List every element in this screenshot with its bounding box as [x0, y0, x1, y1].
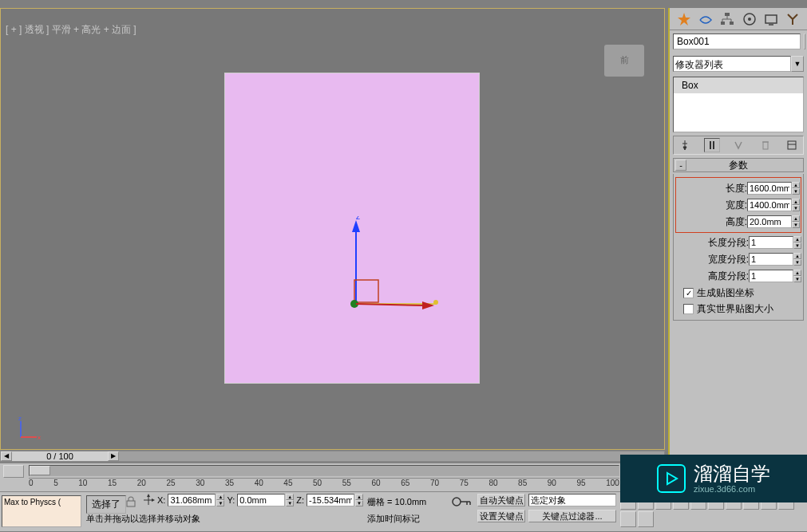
show-end-result-icon[interactable] [704, 138, 720, 152]
lsegs-spinner[interactable]: ▲▼ [793, 236, 801, 249]
z-label: Z: [295, 495, 306, 505]
svg-marker-31 [667, 473, 677, 484]
y-spinner[interactable]: ▲▼ [286, 494, 294, 506]
svg-rect-32 [127, 501, 135, 506]
object-name-input[interactable] [673, 33, 801, 49]
rollup-title: 参数 [674, 159, 803, 172]
grid-size-label: 栅格 = 10.0mm [367, 496, 426, 508]
x-coord-input[interactable] [168, 494, 216, 506]
set-key-button[interactable]: 设置关键点 [477, 510, 525, 522]
y-coord-input[interactable] [237, 494, 285, 506]
svg-rect-29 [788, 141, 796, 149]
height-input[interactable] [747, 215, 792, 228]
stack-item-box[interactable]: Box [674, 77, 803, 93]
length-label: 长度: [699, 182, 747, 195]
viewcube-face[interactable]: 前 [604, 45, 644, 66]
key-target-dropdown[interactable] [528, 494, 616, 506]
orbit-icon[interactable] [620, 511, 636, 527]
hsegs-label: 高度分段: [701, 270, 749, 283]
maximize-viewport-icon[interactable] [638, 511, 654, 527]
scroll-right-icon[interactable]: ▶ [108, 451, 119, 461]
wsegs-spinner[interactable]: ▲▼ [793, 253, 801, 266]
stack-toolbar [673, 136, 804, 155]
remove-modifier-icon[interactable] [758, 138, 773, 152]
pin-stack-icon[interactable] [677, 138, 693, 152]
watermark: 溜溜自学 zixue.3d66.com [620, 455, 807, 502]
key-icon[interactable] [451, 494, 472, 510]
wsegs-input[interactable] [749, 253, 793, 266]
box-geometry[interactable] [224, 73, 480, 384]
svg-marker-33 [147, 494, 150, 497]
modifier-list-dropdown[interactable]: 修改器列表 [673, 56, 791, 72]
object-color-swatch[interactable] [804, 33, 805, 49]
add-time-tag-button[interactable]: 添加时间标记 [367, 513, 420, 525]
gen-uv-label: 生成贴图坐标 [697, 286, 754, 300]
hierarchy-tab-icon[interactable] [720, 12, 734, 26]
command-panel: 修改器列表 ▼ Box - 参数 长度: ▲▼ 宽度: ▲▼ [668, 8, 807, 506]
viewcube[interactable]: 前 [604, 45, 644, 77]
width-spinner[interactable]: ▲▼ [792, 199, 800, 211]
length-input[interactable] [747, 182, 792, 195]
hsegs-spinner[interactable]: ▲▼ [793, 270, 801, 282]
height-label: 高度: [699, 215, 747, 229]
svg-rect-27 [763, 142, 768, 149]
timeline-config-icon[interactable] [3, 465, 24, 478]
watermark-play-icon [657, 464, 686, 493]
display-tab-icon[interactable] [764, 12, 778, 26]
time-slider[interactable] [29, 465, 619, 476]
svg-rect-23 [765, 15, 777, 23]
viewport[interactable]: [ + ] 透视 ] 平滑 + 高光 + 边面 ] 前 z z x [0, 8, 665, 450]
params-rollup-header[interactable]: - 参数 [673, 158, 804, 172]
svg-rect-16 [730, 22, 734, 25]
svg-rect-15 [721, 22, 725, 25]
svg-text:z: z [18, 417, 22, 422]
length-spinner[interactable]: ▲▼ [792, 182, 800, 195]
transform-type-icon[interactable] [142, 494, 155, 506]
width-label: 宽度: [699, 199, 747, 212]
viewport-label: [ + ] 透视 ] 平滑 + 高光 + 边面 ] [6, 23, 136, 37]
real-scale-label: 真实世界贴图大小 [697, 302, 773, 316]
height-spinner[interactable]: ▲▼ [792, 215, 800, 228]
watermark-title: 溜溜自学 [694, 463, 770, 484]
width-input[interactable] [747, 199, 792, 211]
svg-marker-13 [678, 13, 690, 26]
time-slider-handle[interactable] [30, 466, 50, 475]
coordinate-display: X: ▲▼ Y: ▲▼ Z: ▲▼ [142, 494, 363, 506]
svg-marker-34 [152, 499, 155, 502]
auto-key-button[interactable]: 自动关键点 [477, 494, 525, 506]
rollup-toggle-icon[interactable]: - [675, 160, 686, 171]
selection-status: 选择了 [86, 495, 126, 514]
make-unique-icon[interactable] [730, 138, 746, 152]
z-spinner[interactable]: ▲▼ [355, 494, 363, 506]
svg-rect-26 [713, 141, 714, 149]
axis-tripod-icon: z x [17, 417, 41, 441]
gen-uv-checkbox[interactable]: ✓ [683, 288, 694, 298]
motion-tab-icon[interactable] [742, 12, 757, 26]
configure-sets-icon[interactable] [784, 138, 800, 152]
scroll-left-icon[interactable]: ◀ [1, 451, 12, 461]
z-coord-input[interactable] [307, 494, 354, 506]
script-listener[interactable]: Max to Physcs ( [2, 495, 81, 527]
prompt-hint: 单击并拖动以选择并移动对象 [86, 513, 200, 525]
modify-tab-icon[interactable] [698, 12, 713, 26]
hsegs-input[interactable] [749, 270, 793, 282]
y-label: Y: [225, 495, 236, 505]
key-filter-button[interactable]: 关键点过滤器... [528, 510, 616, 522]
utilities-tab-icon[interactable] [785, 12, 800, 26]
panel-tabs [670, 8, 807, 30]
real-scale-checkbox[interactable] [683, 304, 694, 314]
modifier-stack[interactable]: Box [673, 77, 804, 132]
lsegs-label: 长度分段: [701, 236, 749, 250]
time-ruler: 0510 152025 303540 455055 606570 758085 … [29, 478, 619, 491]
x-spinner[interactable]: ▲▼ [216, 494, 224, 506]
create-tab-icon[interactable] [677, 12, 691, 26]
params-rollup: 长度: ▲▼ 宽度: ▲▼ 高度: ▲▼ 长度分段: ▲▼ 宽度分段: ▲▼ [673, 174, 804, 321]
lsegs-input[interactable] [749, 236, 793, 249]
dropdown-arrow-icon[interactable]: ▼ [791, 56, 804, 72]
svg-point-22 [748, 18, 751, 21]
viewport-scrollbar[interactable]: ◀ 0 / 100 ▶ [0, 451, 665, 462]
lock-icon[interactable] [125, 495, 137, 508]
svg-rect-14 [725, 13, 730, 16]
svg-text:x: x [38, 434, 41, 441]
frame-counter: 0 / 100 [12, 451, 108, 461]
